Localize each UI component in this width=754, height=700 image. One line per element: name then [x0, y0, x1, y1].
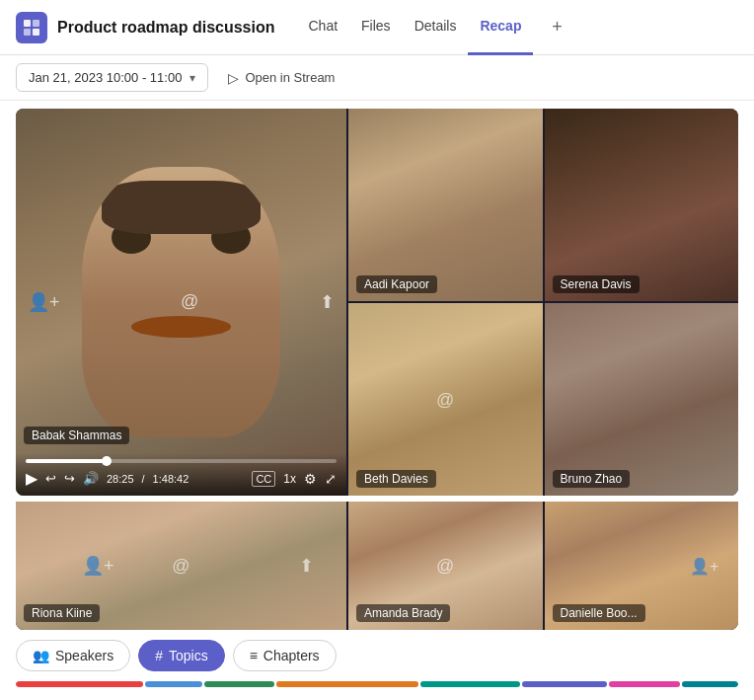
- tab-files[interactable]: Files: [349, 0, 403, 55]
- time-separator: /: [142, 473, 145, 485]
- skip-back-icon[interactable]: ↩: [45, 471, 56, 486]
- skip-forward-icon[interactable]: ↪: [64, 471, 75, 486]
- topics-bar: [16, 681, 738, 687]
- hash-icon: #: [155, 648, 163, 663]
- toolbar: Jan 21, 2023 10:00 - 11:00 ▾ ▷ Open in S…: [0, 55, 754, 101]
- svg-rect-3: [33, 29, 39, 36]
- meeting-title: Product roadmap discussion: [57, 19, 274, 37]
- tab-details[interactable]: Details: [403, 0, 469, 55]
- svg-rect-2: [24, 29, 31, 36]
- svg-rect-0: [24, 20, 31, 27]
- stream-label: Open in Stream: [245, 70, 335, 85]
- bottom-section: 👥 Speakers # Topics ≡ Chapters Product r…: [0, 630, 754, 700]
- tab-recap[interactable]: Recap: [468, 0, 533, 55]
- topic-segment: [145, 681, 201, 687]
- speed-button[interactable]: 1x: [283, 472, 296, 486]
- participant-label-amanda: Amanda Brady: [356, 604, 450, 622]
- video-cell-serena: Serena Davis: [545, 109, 739, 301]
- video-cell-beth: Beth Davies @: [348, 303, 543, 496]
- topic-segment: [522, 681, 607, 687]
- video-cell-riona: Riona Kiine 👤+ @ ⬆: [16, 502, 346, 630]
- topic-segment: [276, 681, 418, 687]
- svg-rect-1: [33, 20, 39, 27]
- video-grid: ▶ ↩ ↪ 🔊 28:25 / 1:48:42 CC 1x ⚙ ⤢ Babak …: [16, 109, 738, 496]
- tab-button-group: 👥 Speakers # Topics ≡ Chapters: [16, 640, 738, 671]
- captions-button[interactable]: CC: [252, 471, 275, 487]
- video-cell-danielle: Danielle Boo... 👤+: [545, 502, 739, 630]
- fullscreen-icon[interactable]: ⤢: [325, 471, 337, 487]
- participant-label-danielle: Danielle Boo...: [553, 604, 645, 622]
- topics-label: Topics: [169, 648, 208, 663]
- chevron-down-icon: ▾: [189, 71, 195, 85]
- video-cell-babak: ▶ ↩ ↪ 🔊 28:25 / 1:48:42 CC 1x ⚙ ⤢ Babak …: [16, 109, 346, 496]
- nav-tabs: Chat Files Details Recap: [296, 0, 533, 55]
- video-cell-amanda: Amanda Brady @: [348, 502, 543, 630]
- open-in-stream-button[interactable]: ▷ Open in Stream: [220, 64, 342, 92]
- speakers-tab-button[interactable]: 👥 Speakers: [16, 640, 130, 671]
- settings-icon[interactable]: ⚙: [304, 471, 317, 487]
- cell-icons-babak: 👤+ @ ⬆: [16, 291, 346, 313]
- progress-fill: [26, 459, 107, 463]
- tab-chat[interactable]: Chat: [296, 0, 349, 55]
- play-button[interactable]: ▶: [26, 469, 38, 488]
- speakers-label: Speakers: [55, 648, 113, 663]
- list-icon: ≡: [250, 648, 258, 663]
- participant-label-riona: Riona Kiine: [24, 604, 100, 622]
- video-cell-bruno: Bruno Zhao: [545, 303, 739, 496]
- topics-tab-button[interactable]: # Topics: [138, 640, 224, 671]
- topic-segment: [682, 681, 738, 687]
- date-range-selector[interactable]: Jan 21, 2023 10:00 - 11:00 ▾: [16, 63, 208, 92]
- progress-dot[interactable]: [102, 456, 112, 466]
- mention-icon[interactable]: @: [181, 291, 198, 313]
- video-cell-aadi: Aadi Kapoor: [348, 109, 543, 301]
- chapters-tab-button[interactable]: ≡ Chapters: [233, 640, 337, 671]
- share-icon[interactable]: ⬆: [320, 291, 335, 313]
- participant-label-babak: Babak Shammas: [24, 427, 129, 444]
- participant-label-aadi: Aadi Kapoor: [356, 275, 437, 293]
- participant-label-bruno: Bruno Zhao: [553, 470, 631, 488]
- time-total: 1:48:42: [153, 473, 189, 485]
- stream-icon: ▷: [228, 70, 239, 86]
- video-row-2: Riona Kiine 👤+ @ ⬆ Amanda Brady @ Daniel…: [16, 502, 738, 630]
- participant-label-serena: Serena Davis: [553, 275, 640, 293]
- chapters-label: Chapters: [264, 648, 320, 663]
- topic-segment: [204, 681, 275, 687]
- volume-icon[interactable]: 🔊: [83, 471, 99, 486]
- topic-segment: [609, 681, 680, 687]
- video-controls: ▶ ↩ ↪ 🔊 28:25 / 1:48:42 CC 1x ⚙ ⤢: [16, 453, 346, 496]
- add-tab-button[interactable]: +: [543, 14, 570, 41]
- participant-label-beth: Beth Davies: [356, 470, 436, 488]
- add-person-icon[interactable]: 👤+: [28, 291, 60, 313]
- time-display: 28:25: [107, 473, 134, 485]
- topic-segment: [420, 681, 520, 687]
- date-range-text: Jan 21, 2023 10:00 - 11:00: [29, 70, 182, 85]
- app-icon: [16, 12, 47, 43]
- header: Product roadmap discussion Chat Files De…: [0, 0, 754, 55]
- speakers-icon: 👥: [33, 648, 49, 663]
- topic-segment: [16, 681, 143, 687]
